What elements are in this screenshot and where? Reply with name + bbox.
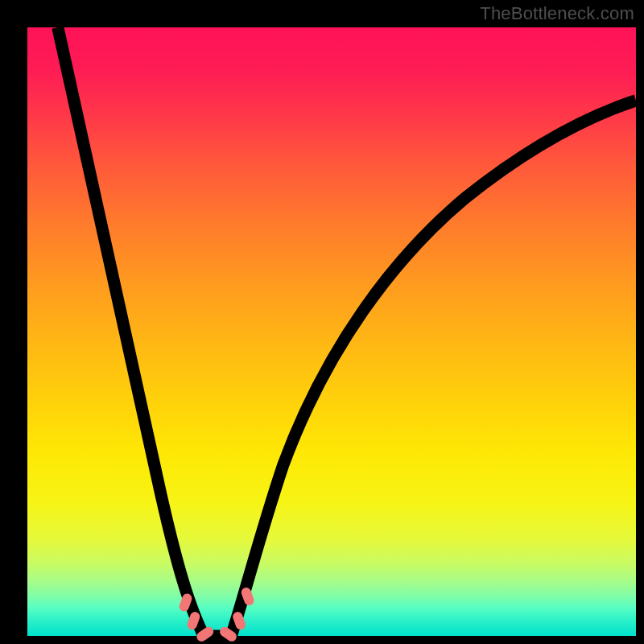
curve-layer: [27, 27, 636, 636]
right-branch-curve: [231, 101, 636, 636]
chart-frame: TheBottleneck.com: [0, 0, 644, 644]
left-branch-curve: [58, 27, 204, 636]
watermark-text: TheBottleneck.com: [480, 3, 634, 24]
plot-area: [27, 27, 636, 636]
